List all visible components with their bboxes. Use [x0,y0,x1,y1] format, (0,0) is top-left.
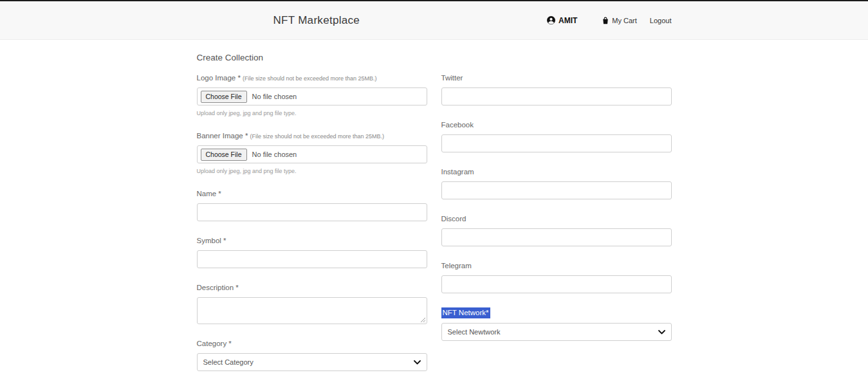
field-description: Description * [197,281,427,324]
logo-image-label: Logo Image * [197,74,241,82]
field-nft-network: NFT Network* Select Newtwork [441,306,672,341]
facebook-input[interactable] [441,134,672,152]
description-label: Description * [197,284,239,291]
banner-image-label: Banner Image * [197,132,248,140]
logo-helper-text: Upload only jpeg, jpg and png file type. [197,110,427,116]
cart-link[interactable]: My Cart [602,17,637,24]
name-input[interactable] [197,203,427,221]
field-banner-image: Banner Image *(File size should not be e… [197,129,427,174]
nft-network-select[interactable]: Select Newtwork [441,323,672,341]
left-column: Logo Image *(File size should not be exc… [197,71,427,375]
field-symbol: Symbol * [197,234,427,268]
user-name: AMIT [559,16,577,25]
banner-file-status: No file chosen [252,151,297,158]
instagram-label: Instagram [441,168,474,176]
right-column: Twitter Facebook Instagram Discord [441,71,672,375]
chevron-down-icon [414,360,421,365]
description-textarea[interactable] [197,297,427,324]
field-telegram: Telegram [441,259,672,293]
app-title: NFT Marketplace [273,14,360,27]
create-collection-page: Create Collection Logo Image *(File size… [197,40,672,375]
field-name: Name * [197,187,427,221]
chevron-down-icon [658,330,665,334]
banner-helper-text: Upload only jpeg, jpg and png file type. [197,168,427,174]
discord-label: Discord [441,215,466,223]
nft-network-label: NFT Network* [441,307,490,318]
field-category: Category * Select Category [197,337,427,371]
banner-image-size-hint: (File size should not be exceeded more t… [250,133,384,140]
field-discord: Discord [441,212,672,246]
category-select[interactable]: Select Category [197,353,427,371]
symbol-input[interactable] [197,250,427,268]
user-menu[interactable]: AMIT [547,16,577,25]
symbol-label: Symbol * [197,237,226,244]
logo-file-input[interactable]: Choose File No file chosen [197,87,427,105]
discord-input[interactable] [441,228,672,246]
category-label: Category * [197,340,232,347]
facebook-label: Facebook [441,121,474,129]
twitter-input[interactable] [441,87,672,105]
logout-link[interactable]: Logout [650,17,672,24]
page-title: Create Collection [197,53,672,62]
banner-file-input[interactable]: Choose File No file chosen [197,145,427,163]
field-instagram: Instagram [441,165,672,199]
app-header: NFT Marketplace AMIT [0,1,868,40]
nft-network-selected-value: Select Newtwork [448,328,501,336]
banner-choose-file-button[interactable]: Choose File [201,149,247,161]
telegram-label: Telegram [441,262,472,270]
user-icon [547,16,555,24]
logo-file-status: No file chosen [252,93,297,100]
twitter-label: Twitter [441,74,463,82]
category-selected-value: Select Category [203,358,254,366]
field-logo-image: Logo Image *(File size should not be exc… [197,71,427,116]
cart-label: My Cart [612,17,637,24]
cart-icon [602,17,609,24]
instagram-input[interactable] [441,181,672,199]
name-label: Name * [197,190,221,197]
field-facebook: Facebook [441,118,672,152]
telegram-input[interactable] [441,275,672,293]
logo-image-size-hint: (File size should not be exceeded more t… [243,75,377,82]
logo-choose-file-button[interactable]: Choose File [201,91,247,103]
field-twitter: Twitter [441,71,672,105]
